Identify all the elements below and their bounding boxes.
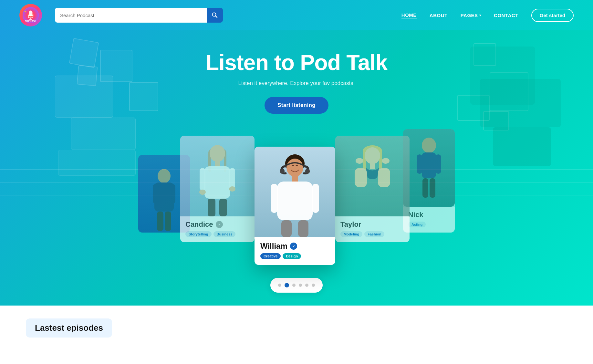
card-taylor-tags: Modeling Fashion — [340, 231, 404, 237]
svg-line-10 — [215, 16, 217, 17]
svg-rect-34 — [271, 184, 278, 213]
card-taylor[interactable]: Taylor Modeling Fashion — [335, 136, 410, 242]
search-button[interactable] — [207, 8, 223, 23]
dot-1[interactable] — [278, 284, 281, 287]
svg-text:TIME TO TALK: TIME TO TALK — [25, 20, 36, 22]
cta-area: Start listening — [0, 97, 593, 114]
svg-point-50 — [356, 158, 363, 164]
card-william-name: William ✓ — [260, 242, 329, 251]
tag-business: Business — [213, 231, 236, 237]
tag-modeling: Modeling — [340, 231, 362, 237]
svg-rect-27 — [208, 199, 215, 216]
svg-point-51 — [382, 158, 390, 164]
logo[interactable]: ✦ ✦ TIME TO TALK — [19, 4, 42, 26]
svg-rect-48 — [355, 168, 367, 187]
card-william[interactable]: William ✓ Creative Design — [255, 147, 335, 265]
svg-rect-4 — [30, 18, 31, 19]
dot-5[interactable] — [305, 284, 308, 287]
bottom-section: Lastest episodes — [0, 306, 593, 344]
tag-fashion: Fashion — [364, 231, 384, 237]
svg-rect-39 — [298, 220, 308, 237]
svg-rect-22 — [204, 166, 230, 199]
latest-episodes-label: Lastest episodes — [35, 323, 103, 333]
svg-rect-37 — [305, 169, 310, 174]
chevron-down-icon: ▾ — [479, 14, 481, 17]
william-verified-badge: ✓ — [290, 243, 297, 250]
card-nick-name: Nick — [408, 211, 450, 219]
nav-contact[interactable]: CONTACT — [494, 13, 518, 18]
svg-rect-53 — [422, 152, 436, 178]
dot-4[interactable] — [299, 284, 302, 287]
card-candice[interactable]: Candice ✓ Storytelling Business — [180, 136, 255, 242]
svg-rect-5 — [29, 19, 32, 20]
svg-point-46 — [365, 147, 380, 164]
svg-rect-54 — [417, 154, 422, 174]
svg-point-31 — [286, 159, 303, 177]
tag-acting: Acting — [408, 222, 426, 227]
tag-design: Design — [283, 253, 301, 259]
svg-point-52 — [422, 138, 436, 153]
svg-rect-36 — [280, 169, 285, 174]
svg-rect-35 — [312, 184, 319, 213]
dot-2[interactable] — [285, 283, 289, 287]
svg-rect-13 — [153, 184, 159, 203]
nav-about[interactable]: ABOUT — [430, 13, 448, 18]
card-candice-info: Candice ✓ Storytelling Business — [180, 216, 255, 242]
svg-rect-15 — [157, 212, 163, 231]
card-nick-info: Nick Acting — [403, 207, 455, 233]
tag-storytelling: Storytelling — [185, 231, 212, 237]
svg-rect-49 — [378, 168, 390, 187]
svg-rect-32 — [292, 176, 298, 182]
svg-rect-16 — [165, 212, 171, 231]
svg-rect-56 — [422, 178, 428, 198]
nav: HOME ABOUT PAGES ▾ CONTACT Get started — [401, 9, 574, 22]
hero-section: Listen to Pod Talk Listen it everywhere.… — [0, 30, 593, 306]
logo-icon: ✦ ✦ TIME TO TALK — [19, 4, 42, 26]
svg-rect-38 — [281, 220, 292, 237]
card-nick-tags: Acting — [408, 222, 450, 227]
nav-pages[interactable]: PAGES ▾ — [461, 13, 481, 18]
podcast-cards: Candice ✓ Storytelling Business — [0, 129, 593, 258]
tag-creative: Creative — [260, 253, 281, 259]
header: ✦ ✦ TIME TO TALK HOME ABOUT PAGES ▾ CONT… — [0, 0, 593, 30]
card-william-info: William ✓ Creative Design — [255, 237, 335, 265]
candice-verified-badge: ✓ — [216, 221, 223, 228]
svg-rect-14 — [170, 184, 175, 203]
dot-3[interactable] — [292, 284, 296, 287]
latest-episodes-badge: Lastest episodes — [26, 318, 112, 338]
dot-6[interactable] — [312, 284, 315, 287]
svg-rect-23 — [200, 168, 205, 191]
card-taylor-name: Taylor — [340, 220, 404, 229]
card-candice-name: Candice ✓ — [185, 220, 249, 229]
pagination — [270, 278, 323, 293]
search-bar — [55, 8, 223, 23]
svg-rect-28 — [219, 199, 227, 216]
search-input[interactable] — [55, 8, 207, 23]
svg-text:✦: ✦ — [24, 10, 26, 13]
svg-rect-57 — [430, 178, 435, 198]
svg-point-25 — [199, 190, 206, 195]
hero-subtitle: Listen it everywhere. Explore your fav p… — [0, 80, 593, 87]
svg-point-20 — [210, 145, 225, 162]
svg-rect-33 — [277, 182, 313, 220]
card-candice-tags: Storytelling Business — [185, 231, 249, 237]
get-started-button[interactable]: Get started — [531, 9, 574, 22]
start-listening-button[interactable]: Start listening — [265, 97, 328, 114]
svg-rect-47 — [370, 163, 375, 169]
svg-point-11 — [158, 169, 171, 183]
svg-point-26 — [229, 186, 235, 192]
svg-rect-55 — [435, 154, 441, 174]
card-nick[interactable]: Nick Acting — [403, 129, 455, 233]
card-taylor-info: Taylor Modeling Fashion — [335, 216, 410, 242]
nav-home[interactable]: HOME — [401, 12, 417, 18]
hero-title: Listen to Pod Talk — [0, 50, 593, 75]
card-william-tags: Creative Design — [260, 253, 329, 259]
